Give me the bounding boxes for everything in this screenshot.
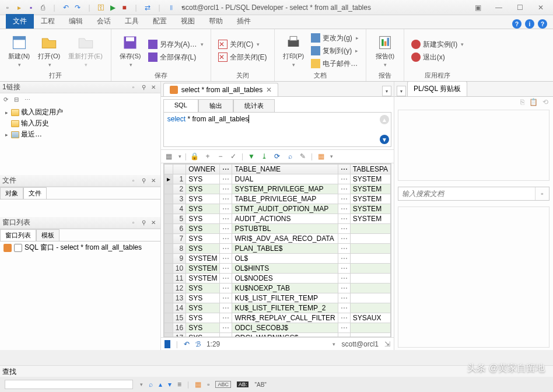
col-tablespace[interactable]: TABLESPA [350,164,390,174]
cell-tablespace[interactable] [350,333,390,338]
cell-tablename[interactable]: SYSTEM_PRIVILEGE_MAP [232,184,338,194]
dock-icon[interactable]: ▫ [132,177,139,184]
ribbon-tab-help[interactable]: 帮助 [202,14,230,29]
user-icon[interactable]: ℬ [195,340,201,348]
cell-more[interactable]: ⋯ [220,274,232,284]
cell-more[interactable]: ⋯ [220,174,232,184]
dock-icon[interactable]: ▫ [132,84,139,91]
cell-more[interactable]: ⋯ [220,204,232,214]
cell-owner[interactable]: SYSTEM [186,254,220,264]
refresh-icon[interactable]: ⟳ [272,152,282,161]
tab-template[interactable]: 模板 [36,229,60,241]
tab-close-icon[interactable]: ✕ [266,86,272,94]
tabs-dropdown-icon[interactable]: ▾ [397,86,406,96]
next-result-icon[interactable]: ▾ [168,380,172,388]
cell-more[interactable]: ⋯ [338,293,350,303]
tab-files[interactable]: 文件 [23,187,47,199]
table-row[interactable]: 16SYS⋯ODCI_SECOBJ$⋯ [164,323,390,333]
find-icon[interactable]: ⌕ [149,380,153,388]
rollback-icon[interactable]: ↶ [184,340,190,348]
qat-print-icon[interactable]: ⎙ [37,2,48,13]
qat-redo-icon[interactable]: ↷ [72,2,83,13]
tree-item[interactable]: ▸最近… [4,129,157,140]
new-button[interactable]: 新建(N)▾ [6,33,32,69]
tree-item[interactable]: 输入历史 [4,118,157,129]
col-more[interactable]: ⋯ [220,164,232,174]
search-input[interactable] [398,187,535,200]
cell-more[interactable]: ⋯ [338,214,350,224]
cell-more[interactable]: ⋯ [220,214,232,224]
add-row-icon[interactable]: + [203,152,212,161]
cell-tablename[interactable]: WRR$_REPLAY_CALL_FILTER [232,313,338,323]
cell-tablename[interactable]: PSTUBTBL [232,224,338,234]
document-tab[interactable]: select * from all_all_tables ✕ [163,83,278,96]
cell-tablespace[interactable] [350,254,390,264]
prev-icon[interactable]: ▲ [380,115,389,124]
close-icon[interactable]: ✕ [534,4,547,12]
doc-icon[interactable]: ▫ [207,380,209,388]
cell-tablespace[interactable]: SYSTEM [350,184,390,194]
ribbon-tab-project[interactable]: 工程 [34,14,62,29]
cell-owner[interactable]: SYS [186,284,220,293]
cell-more[interactable]: ⋯ [338,174,350,184]
sql-editor[interactable]: select * from all_all_tables ▲ ▼ [163,112,391,147]
ab2-badge[interactable]: "AB" [254,382,266,388]
cell-owner[interactable]: SYS [186,244,220,254]
table-row[interactable]: 7SYS⋯WRI$_ADV_ASA_RECO_DATA⋯ [164,234,390,244]
print-button[interactable]: 打印(P)▾ [281,33,307,69]
cell-tablename[interactable]: OL$NODES [232,274,338,284]
subtab-output[interactable]: 输出 [198,99,233,112]
cell-more[interactable]: ⋯ [220,194,232,204]
help-icon[interactable]: ? [512,19,522,29]
del-row-icon[interactable]: − [216,152,225,161]
cell-owner[interactable]: SYS [186,333,220,338]
cell-more[interactable]: ⋯ [338,323,350,333]
tab-windowlist[interactable]: 窗口列表 [0,229,36,241]
row-selector[interactable] [164,264,173,274]
result-grid[interactable]: OWNER ⋯ TABLE_NAME ⋯ TABLESPA ▸1SYS⋯DUAL… [163,163,391,337]
row-selector[interactable] [164,194,173,204]
cell-tablespace[interactable] [350,293,390,303]
cell-tablespace[interactable] [350,244,390,254]
report-button[interactable]: 报告(t)▾ [372,33,398,69]
qat-commit-icon[interactable]: ⇄ [142,2,153,13]
row-selector[interactable] [164,333,173,338]
cell-owner[interactable]: SYS [186,293,220,303]
lock-icon[interactable]: 🔒 [190,152,200,161]
grid-mode-icon[interactable]: ▦ [164,152,174,161]
cell-tablename[interactable]: KU$_LIST_FILTER_TEMP_2 [232,303,338,313]
dock-icon[interactable]: ▫ [132,219,139,226]
row-selector[interactable] [164,184,173,194]
prev-result-icon[interactable]: ▴ [159,380,162,388]
cell-more[interactable]: ⋯ [338,313,350,323]
cell-tablename[interactable]: TABLE_PRIVILEGE_MAP [232,194,338,204]
cell-tablename[interactable]: KU$_LIST_FILTER_TEMP [232,293,338,303]
row-selector[interactable] [164,313,173,323]
edit-icon[interactable]: ✎ [298,152,307,161]
cell-tablename[interactable]: OL$ [232,254,338,264]
table-row[interactable]: 9SYSTEM⋯OL$⋯ [164,254,390,264]
row-selector[interactable] [164,254,173,264]
row-selector[interactable]: ▸ [164,174,173,184]
table-row[interactable]: 12SYS⋯KU$NOEXP_TAB⋯ [164,284,390,293]
close-pane-icon[interactable]: ✕ [151,84,158,91]
row-selector[interactable] [164,244,173,254]
qat-stop-icon[interactable]: ■ [119,2,130,13]
clear-icon[interactable]: ⟲ [542,98,548,106]
table-row[interactable]: 5SYS⋯AUDIT_ACTIONS⋯SYSTEM [164,214,390,224]
ribbon-tab-file[interactable]: 文件 [6,14,34,29]
cell-more[interactable]: ⋯ [338,244,350,254]
post-icon[interactable]: ✓ [229,152,238,161]
qat-new-icon[interactable]: ▫ [2,2,13,13]
saveall-button[interactable]: 全部保存(L) [147,52,205,63]
paste-icon[interactable]: 📋 [529,98,538,106]
cell-more[interactable]: ⋯ [338,204,350,214]
row-selector[interactable] [164,214,173,224]
clipboard-tab[interactable]: PL/SQL 剪贴板 [407,81,467,96]
save-button[interactable]: 保存(S)▾ [117,33,144,69]
cell-more[interactable]: ⋯ [220,224,232,234]
window-list-item[interactable]: SQL 窗口 - select * from all_all_tables [0,242,160,254]
maximize-icon[interactable]: ☐ [513,4,526,12]
cell-tablename[interactable]: PLAN_TABLE$ [232,244,338,254]
col-selector[interactable] [164,164,173,174]
